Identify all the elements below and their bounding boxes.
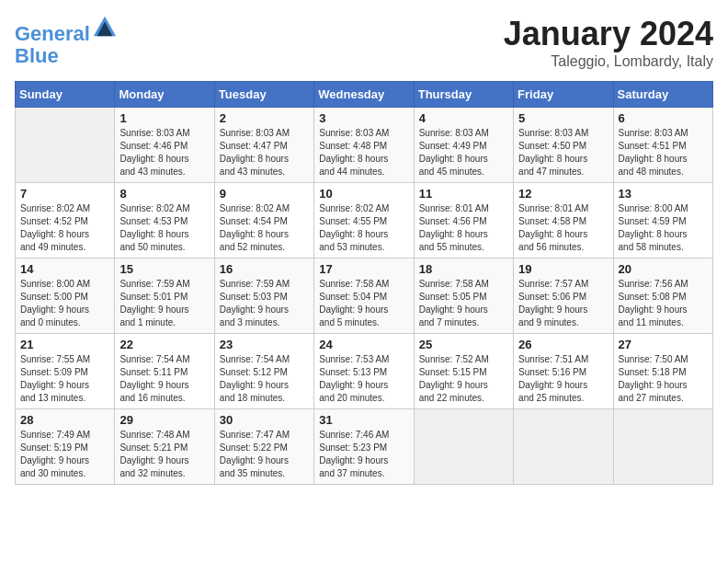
day-cell: 14Sunrise: 8:00 AM Sunset: 5:00 PM Dayli… [16,259,115,334]
column-header-tuesday: Tuesday [214,82,313,108]
day-cell: 13Sunrise: 8:00 AM Sunset: 4:59 PM Dayli… [613,183,712,259]
day-info: Sunrise: 8:02 AM Sunset: 4:54 PM Dayligh… [220,202,309,254]
day-cell [414,409,513,485]
column-header-wednesday: Wednesday [314,82,414,108]
day-cell: 5Sunrise: 8:03 AM Sunset: 4:50 PM Daylig… [514,108,613,183]
day-number: 15 [119,262,209,276]
week-row-4: 21Sunrise: 7:55 AM Sunset: 5:09 PM Dayli… [16,334,713,409]
day-info: Sunrise: 7:58 AM Sunset: 5:04 PM Dayligh… [319,278,408,329]
day-cell [514,409,613,485]
day-cell: 10Sunrise: 8:02 AM Sunset: 4:55 PM Dayli… [314,183,414,259]
day-info: Sunrise: 7:53 AM Sunset: 5:13 PM Dayligh… [319,353,408,405]
day-number: 4 [419,111,508,125]
day-number: 26 [518,338,608,351]
day-number: 8 [119,187,209,201]
day-info: Sunrise: 8:03 AM Sunset: 4:49 PM Dayligh… [419,127,508,178]
day-info: Sunrise: 8:02 AM Sunset: 4:53 PM Dayligh… [119,202,209,254]
page-header: General Blue January 2024 Taleggio, Lomb… [15,15,713,70]
day-info: Sunrise: 8:00 AM Sunset: 5:00 PM Dayligh… [20,278,109,329]
logo-icon [92,15,118,40]
column-header-monday: Monday [115,82,214,108]
day-info: Sunrise: 7:56 AM Sunset: 5:08 PM Dayligh… [619,278,708,329]
day-number: 21 [20,338,109,351]
day-number: 30 [220,413,309,427]
week-row-3: 14Sunrise: 8:00 AM Sunset: 5:00 PM Dayli… [16,259,713,334]
day-cell: 30Sunrise: 7:47 AM Sunset: 5:22 PM Dayli… [214,409,313,485]
day-info: Sunrise: 7:59 AM Sunset: 5:03 PM Dayligh… [220,278,309,329]
day-cell: 29Sunrise: 7:48 AM Sunset: 5:21 PM Dayli… [115,409,214,485]
day-cell: 16Sunrise: 7:59 AM Sunset: 5:03 PM Dayli… [214,259,313,334]
day-info: Sunrise: 7:58 AM Sunset: 5:05 PM Dayligh… [419,278,508,329]
day-info: Sunrise: 8:01 AM Sunset: 4:56 PM Dayligh… [419,202,508,254]
day-number: 20 [619,262,708,276]
day-info: Sunrise: 7:49 AM Sunset: 5:19 PM Dayligh… [20,429,109,480]
day-info: Sunrise: 7:52 AM Sunset: 5:15 PM Dayligh… [419,353,508,405]
day-number: 18 [419,262,508,276]
logo: General Blue [15,15,118,67]
day-number: 23 [220,338,309,351]
calendar-title: January 2024 [504,15,713,53]
calendar-header: SundayMondayTuesdayWednesdayThursdayFrid… [16,82,713,108]
column-header-thursday: Thursday [414,82,513,108]
calendar-body: 1Sunrise: 8:03 AM Sunset: 4:46 PM Daylig… [16,108,713,485]
day-number: 7 [20,187,109,201]
week-row-1: 1Sunrise: 8:03 AM Sunset: 4:46 PM Daylig… [16,108,713,183]
day-cell [613,409,712,485]
day-cell: 24Sunrise: 7:53 AM Sunset: 5:13 PM Dayli… [314,334,414,409]
week-row-5: 28Sunrise: 7:49 AM Sunset: 5:19 PM Dayli… [16,409,713,485]
day-cell: 22Sunrise: 7:54 AM Sunset: 5:11 PM Dayli… [115,334,214,409]
logo-general: General [15,22,90,45]
day-cell: 9Sunrise: 8:02 AM Sunset: 4:54 PM Daylig… [214,183,313,259]
day-info: Sunrise: 7:47 AM Sunset: 5:22 PM Dayligh… [220,429,309,480]
day-info: Sunrise: 7:50 AM Sunset: 5:18 PM Dayligh… [619,353,708,405]
title-block: January 2024 Taleggio, Lombardy, Italy [504,15,713,70]
day-number: 9 [220,187,309,201]
day-cell: 1Sunrise: 8:03 AM Sunset: 4:46 PM Daylig… [115,108,214,183]
day-info: Sunrise: 8:02 AM Sunset: 4:52 PM Dayligh… [20,202,109,254]
day-number: 31 [319,413,408,427]
day-cell: 17Sunrise: 7:58 AM Sunset: 5:04 PM Dayli… [314,259,414,334]
day-cell: 26Sunrise: 7:51 AM Sunset: 5:16 PM Dayli… [514,334,613,409]
logo-blue: Blue [15,45,118,67]
day-number: 3 [319,111,408,125]
day-number: 24 [319,338,408,351]
day-number: 28 [20,413,109,427]
day-cell: 6Sunrise: 8:03 AM Sunset: 4:51 PM Daylig… [613,108,712,183]
day-cell: 15Sunrise: 7:59 AM Sunset: 5:01 PM Dayli… [115,259,214,334]
day-cell: 28Sunrise: 7:49 AM Sunset: 5:19 PM Dayli… [16,409,115,485]
day-info: Sunrise: 7:48 AM Sunset: 5:21 PM Dayligh… [119,429,209,480]
day-number: 5 [518,111,608,125]
day-info: Sunrise: 7:59 AM Sunset: 5:01 PM Dayligh… [119,278,209,329]
day-info: Sunrise: 8:03 AM Sunset: 4:51 PM Dayligh… [619,127,708,178]
day-cell: 20Sunrise: 7:56 AM Sunset: 5:08 PM Dayli… [613,259,712,334]
day-number: 1 [119,111,209,125]
day-info: Sunrise: 8:03 AM Sunset: 4:47 PM Dayligh… [220,127,309,178]
day-cell: 7Sunrise: 8:02 AM Sunset: 4:52 PM Daylig… [16,183,115,259]
day-number: 11 [419,187,508,201]
day-number: 25 [419,338,508,351]
column-header-friday: Friday [514,82,613,108]
day-cell: 11Sunrise: 8:01 AM Sunset: 4:56 PM Dayli… [414,183,513,259]
day-number: 10 [319,187,408,201]
day-cell: 19Sunrise: 7:57 AM Sunset: 5:06 PM Dayli… [514,259,613,334]
day-info: Sunrise: 8:01 AM Sunset: 4:58 PM Dayligh… [518,202,608,254]
day-info: Sunrise: 8:03 AM Sunset: 4:46 PM Dayligh… [119,127,209,178]
column-header-sunday: Sunday [16,82,115,108]
day-number: 29 [119,413,209,427]
day-cell: 3Sunrise: 8:03 AM Sunset: 4:48 PM Daylig… [314,108,414,183]
day-cell: 8Sunrise: 8:02 AM Sunset: 4:53 PM Daylig… [115,183,214,259]
day-cell [16,108,115,183]
column-header-saturday: Saturday [613,82,712,108]
day-cell: 12Sunrise: 8:01 AM Sunset: 4:58 PM Dayli… [514,183,613,259]
calendar-subtitle: Taleggio, Lombardy, Italy [504,53,713,70]
day-info: Sunrise: 7:57 AM Sunset: 5:06 PM Dayligh… [518,278,608,329]
day-number: 2 [220,111,309,125]
day-number: 17 [319,262,408,276]
day-info: Sunrise: 7:51 AM Sunset: 5:16 PM Dayligh… [518,353,608,405]
day-number: 22 [119,338,209,351]
day-number: 27 [619,338,708,351]
day-info: Sunrise: 7:55 AM Sunset: 5:09 PM Dayligh… [20,353,109,405]
day-cell: 25Sunrise: 7:52 AM Sunset: 5:15 PM Dayli… [414,334,513,409]
day-cell: 4Sunrise: 8:03 AM Sunset: 4:49 PM Daylig… [414,108,513,183]
day-info: Sunrise: 8:03 AM Sunset: 4:50 PM Dayligh… [518,127,608,178]
